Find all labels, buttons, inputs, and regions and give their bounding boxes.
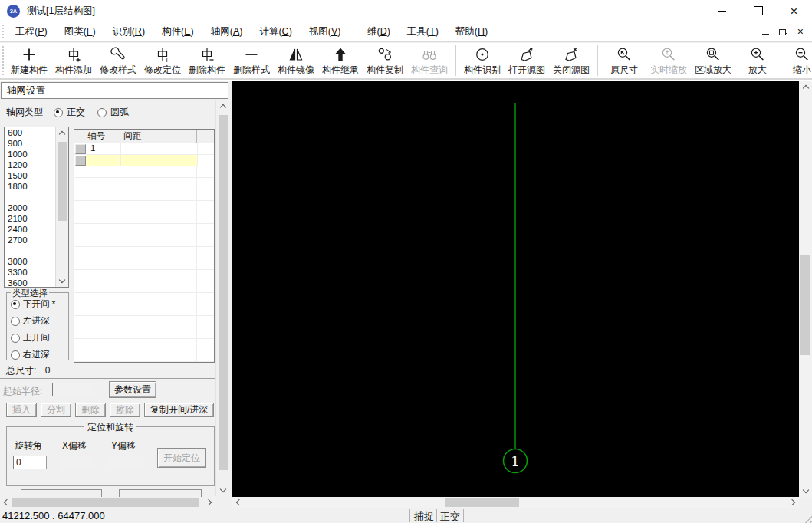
column-header-0[interactable]: 轴号 [84,130,120,143]
action-button-0[interactable]: 插入 [6,403,37,417]
menu-item-3[interactable]: 构件(E) [153,21,202,41]
field-input-2[interactable] [110,456,143,469]
spacing-cell[interactable] [120,201,197,212]
scroll-up-icon[interactable] [799,81,812,93]
open-source-drawing-button[interactable]: 打开源图 [505,43,549,78]
scroll-up-icon[interactable] [217,100,229,112]
modify-style-button[interactable]: 修改样式 [96,43,140,78]
axis-no-cell[interactable] [85,235,120,246]
menu-item-4[interactable]: 轴网(A) [202,21,251,41]
axis-no-cell[interactable] [85,166,120,177]
delete-style-button[interactable]: 删除样式 [229,43,274,78]
close-source-drawing-button[interactable]: 关闭源图 [549,43,593,78]
ortho-mode-indicator[interactable]: 正交 [440,510,460,523]
canvas-vertical-scrollbar[interactable] [799,81,812,497]
row-header-cell[interactable] [75,156,86,166]
axis-no-cell[interactable] [86,155,121,166]
mdi-minimize-icon[interactable] [762,34,769,35]
type-option-2[interactable]: 上开间 [11,332,68,344]
row-header-cell[interactable] [75,144,86,154]
spacing-cell[interactable] [120,327,197,338]
spacing-cell[interactable] [120,189,197,200]
spacing-cell[interactable] [120,258,197,269]
identify-member-button[interactable]: 构件识别 [460,43,505,78]
zoom-out-button[interactable]: 缩小 [780,43,812,78]
axis-no-cell[interactable] [85,281,120,292]
scroll-right-icon[interactable] [787,497,799,508]
menu-item-2[interactable]: 识别(R) [104,21,153,41]
menu-item-7[interactable]: 三维(D) [349,21,398,41]
spacing-cell[interactable] [120,212,197,223]
scroll-left-icon[interactable] [0,497,12,508]
spacing-preset-list[interactable]: 6009001000120015001800200021002400270030… [4,127,69,288]
axis-no-cell[interactable] [85,270,120,281]
spacing-cell[interactable] [120,339,197,350]
spacing-cell[interactable] [120,270,197,281]
list-scrollbar[interactable] [55,127,68,287]
action-button-2[interactable]: 删除 [75,403,106,417]
spacing-cell[interactable] [121,155,198,166]
snap-mode-indicator[interactable]: 捕捉 [414,510,434,523]
axis-no-cell[interactable]: 1 [86,143,121,154]
start-positioning-button[interactable]: 开始定位 [157,448,206,468]
scrollbar-thumb[interactable] [800,255,810,355]
scroll-up-icon[interactable] [56,127,67,139]
axis-no-cell[interactable] [85,293,120,304]
grid-type-option-0[interactable]: 正交 [54,106,85,119]
axis-no-cell[interactable] [85,224,120,235]
spacing-cell[interactable] [120,178,197,189]
panel-vertical-scrollbar[interactable] [215,100,229,496]
scrollbar-thumb[interactable] [58,142,67,221]
action-button-1[interactable]: 分割 [41,403,71,417]
menu-item-6[interactable]: 视图(V) [301,21,350,41]
axis-no-cell[interactable] [85,350,120,361]
new-member-button[interactable]: 新建构件 [7,43,51,78]
scroll-down-icon[interactable] [217,485,229,496]
canvas-horizontal-scrollbar[interactable] [232,497,799,508]
grid-type-option-1[interactable]: 圆弧 [97,106,129,119]
spacing-cell[interactable] [120,350,197,361]
axis-no-cell[interactable] [85,316,120,327]
field-input-0[interactable]: 0 [13,456,47,469]
menu-item-5[interactable]: 计算(C) [251,21,300,41]
axis-no-cell[interactable] [85,247,120,258]
axis-no-cell[interactable] [85,258,120,269]
spacing-cell[interactable] [120,293,197,304]
type-option-1[interactable]: 左进深 [11,315,68,327]
axis-no-cell[interactable] [85,201,120,212]
action-button-4[interactable]: 复制开间/进深 [144,403,214,417]
mdi-close-icon[interactable]: × [797,26,804,37]
axis-no-cell[interactable] [85,304,120,315]
scrollbar-thumb[interactable] [445,498,519,507]
scroll-down-icon[interactable] [799,485,812,497]
minimize-button[interactable] [704,0,740,21]
scroll-down-icon[interactable] [56,275,67,287]
maximize-button[interactable] [740,0,776,21]
parameter-settings-button[interactable]: 参数设置 [109,381,156,398]
spacing-cell[interactable] [120,224,197,235]
scrollbar-thumb[interactable] [12,498,199,507]
scroll-right-icon[interactable] [204,497,215,508]
spacing-cell[interactable] [121,143,198,154]
query-member-button[interactable]: 构件查询 [407,43,452,78]
resize-grip[interactable] [802,513,812,523]
spacing-cell[interactable] [120,166,197,177]
zoom-in-button[interactable]: 放大 [735,43,780,78]
add-member-button[interactable]: 构件添加 [51,43,96,78]
menu-item-9[interactable]: 帮助(H) [447,21,496,41]
spacing-cell[interactable] [120,316,197,327]
mirror-member-button[interactable]: 构件镜像 [274,43,318,78]
type-option-0[interactable]: 下开间 * [11,298,68,310]
realtime-zoom-button[interactable]: 实时缩放 [646,43,691,78]
menu-item-0[interactable]: 工程(P) [7,21,56,41]
drawing-canvas[interactable]: 1 [232,81,799,497]
axis-no-cell[interactable] [85,189,120,200]
column-header-1[interactable]: 间距 [120,130,197,143]
modify-position-button[interactable]: T修改定位 [140,43,185,78]
start-radius-input[interactable] [52,383,94,396]
copy-member-button[interactable]: 构件复制 [363,43,407,78]
menu-item-8[interactable]: 工具(T) [399,21,447,41]
menu-item-1[interactable]: 图类(F) [56,21,104,41]
axis-no-cell[interactable] [85,339,120,350]
spacing-cell[interactable] [120,235,197,246]
